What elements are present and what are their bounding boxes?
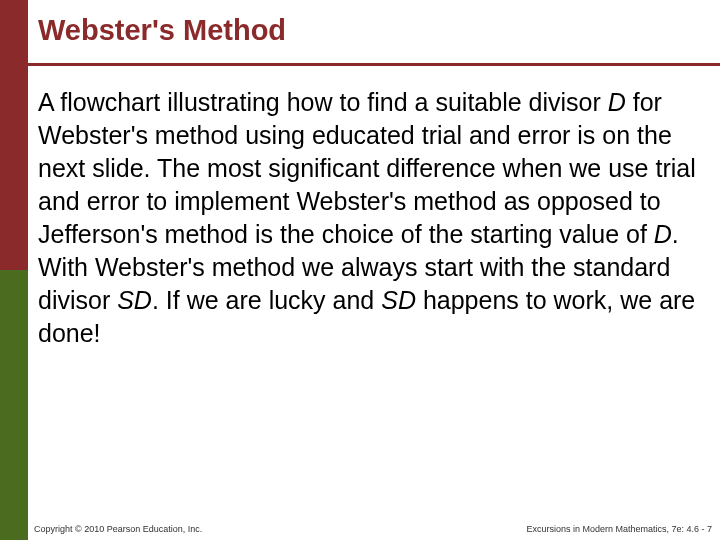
body-text-1: A flowchart illustrating how to find a s… bbox=[38, 88, 608, 116]
slide-title: Webster's Method bbox=[38, 14, 710, 47]
sidebar-red-block bbox=[0, 0, 28, 270]
left-sidebar bbox=[0, 0, 28, 540]
slide-body: A flowchart illustrating how to find a s… bbox=[38, 86, 698, 350]
title-bar: Webster's Method bbox=[28, 0, 720, 66]
var-D2: D bbox=[654, 220, 672, 248]
var-SD: SD bbox=[117, 286, 152, 314]
var-D: D bbox=[608, 88, 626, 116]
footer-citation: Excursions in Modern Mathematics, 7e: 4.… bbox=[526, 524, 712, 534]
footer: Copyright © 2010 Pearson Education, Inc.… bbox=[28, 516, 720, 534]
body-text-4: . If we are lucky and bbox=[152, 286, 381, 314]
footer-copyright: Copyright © 2010 Pearson Education, Inc. bbox=[34, 524, 202, 534]
var-SD2: SD bbox=[381, 286, 416, 314]
sidebar-green-block bbox=[0, 270, 28, 540]
